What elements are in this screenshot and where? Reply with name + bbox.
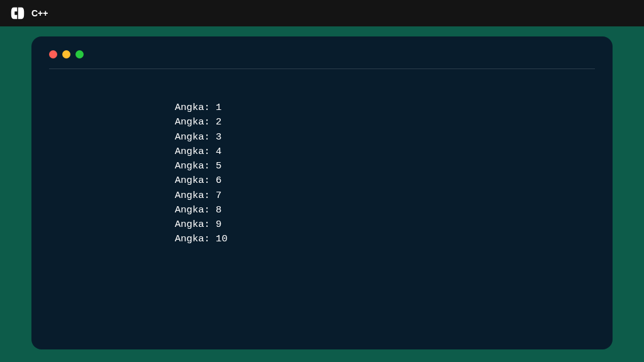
- output-line: Angka: 8: [175, 203, 595, 217]
- divider: [49, 69, 595, 69]
- terminal-window: Angka: 1 Angka: 2 Angka: 3 Angka: 4 Angk…: [31, 36, 613, 349]
- app-logo-icon: [10, 6, 25, 21]
- output-line: Angka: 9: [175, 217, 595, 232]
- output-line: Angka: 2: [175, 115, 595, 129]
- output-line: Angka: 7: [175, 189, 595, 203]
- close-icon[interactable]: [49, 50, 57, 58]
- output-line: Angka: 4: [175, 145, 595, 159]
- output-line: Angka: 10: [175, 232, 595, 246]
- app-header: C++: [0, 0, 644, 26]
- terminal-output: Angka: 1 Angka: 2 Angka: 3 Angka: 4 Angk…: [49, 101, 595, 247]
- minimize-icon[interactable]: [62, 50, 70, 58]
- maximize-icon[interactable]: [75, 50, 84, 58]
- output-line: Angka: 6: [175, 173, 595, 188]
- window-controls: [49, 50, 595, 58]
- main-area: Angka: 1 Angka: 2 Angka: 3 Angka: 4 Angk…: [0, 26, 644, 362]
- header-language-label: C++: [31, 8, 48, 18]
- output-line: Angka: 5: [175, 159, 595, 173]
- output-line: Angka: 1: [175, 101, 595, 115]
- output-line: Angka: 3: [175, 130, 595, 145]
